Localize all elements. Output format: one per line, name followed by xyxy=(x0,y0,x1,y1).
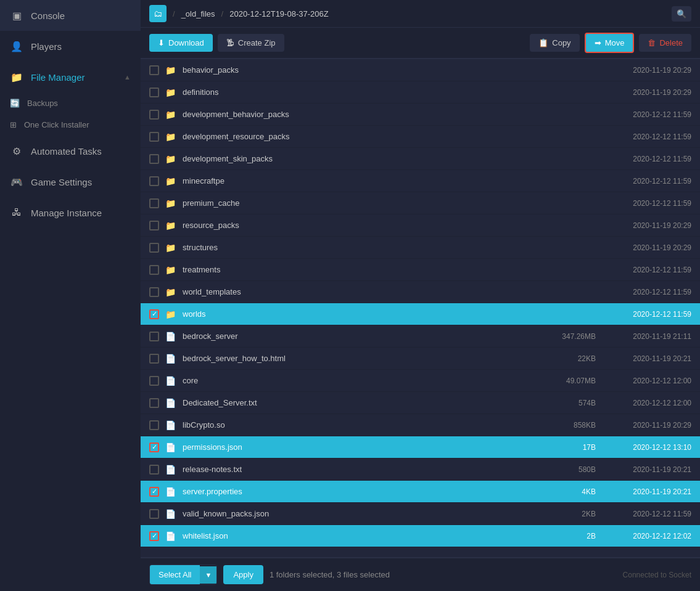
row-checkbox-17[interactable] xyxy=(149,442,159,452)
delete-label: Delete xyxy=(659,38,683,47)
select-all-button[interactable]: Select All xyxy=(150,565,200,584)
row-checkbox-6[interactable] xyxy=(149,198,159,208)
row-checkbox-11[interactable] xyxy=(149,309,159,319)
file-date: 2020-11-19 20:29 xyxy=(602,243,691,252)
row-checkbox-9[interactable] xyxy=(149,265,159,275)
file-icon: 📄 xyxy=(165,354,176,364)
selection-status: 1 folders selected, 3 files selected xyxy=(270,570,390,579)
row-checkbox-2[interactable] xyxy=(149,110,159,120)
table-row[interactable]: 📁 development_behavior_packs 2020-12-12 … xyxy=(141,104,700,126)
row-checkbox-12[interactable] xyxy=(149,332,159,341)
sidebar-item-automated-tasks[interactable]: ⚙ Automated Tasks xyxy=(0,136,141,166)
create-zip-button[interactable]: 🗜 Create Zip xyxy=(218,34,284,52)
file-size: 22KB xyxy=(540,354,596,363)
table-row[interactable]: 📄 permissions.json 17B 2020-12-12 13:10 xyxy=(141,436,700,459)
folder-icon: 📁 xyxy=(165,65,176,75)
table-row[interactable]: 📄 bedrock_server_how_to.html 22KB 2020-1… xyxy=(141,348,700,370)
row-checkbox-14[interactable] xyxy=(149,376,159,386)
row-checkbox-19[interactable] xyxy=(149,487,159,497)
row-checkbox-0[interactable] xyxy=(149,65,159,75)
table-row[interactable]: 📁 behavior_packs 2020-11-19 20:29 xyxy=(141,59,700,81)
folder-icon: 📁 xyxy=(165,265,176,275)
file-date: 2020-11-19 20:21 xyxy=(602,487,691,496)
row-checkbox-8[interactable] xyxy=(149,243,159,253)
file-name: valid_known_packs.json xyxy=(183,509,534,518)
path-sep-1: / xyxy=(173,9,175,18)
create-zip-label: Create Zip xyxy=(238,38,276,47)
search-button[interactable]: 🔍 xyxy=(672,6,691,22)
row-checkbox-1[interactable] xyxy=(149,88,159,97)
table-row[interactable]: 📁 worlds 2020-12-12 11:59 xyxy=(141,303,700,325)
file-name: premium_cache xyxy=(183,198,534,208)
file-name: libCrypto.so xyxy=(183,420,534,430)
table-row[interactable]: 📁 resource_packs 2020-11-19 20:29 xyxy=(141,214,700,237)
row-checkbox-15[interactable] xyxy=(149,398,159,408)
table-row[interactable]: 📁 development_resource_packs 2020-12-12 … xyxy=(141,126,700,148)
table-row[interactable]: 📄 server.properties 4KB 2020-11-19 20:21 xyxy=(141,481,700,503)
row-checkbox-21[interactable] xyxy=(149,531,159,541)
row-checkbox-13[interactable] xyxy=(149,354,159,364)
sidebar-item-file-manager[interactable]: 📁 File Manager ▲ xyxy=(0,62,141,92)
apply-button[interactable]: Apply xyxy=(223,565,263,584)
main-panel: 🗂 / _old_files / 2020-12-12T19-08-37-206… xyxy=(141,0,700,591)
table-row[interactable]: 📁 structures 2020-11-19 20:29 xyxy=(141,237,700,259)
socket-status: Connected to Socket xyxy=(623,571,691,579)
file-name: development_resource_packs xyxy=(183,132,534,141)
table-row[interactable]: 📄 core 49.07MB 2020-12-12 12:00 xyxy=(141,370,700,392)
table-row[interactable]: 📄 Dedicated_Server.txt 574B 2020-12-12 1… xyxy=(141,392,700,414)
select-all-wrap: Select All ▼ xyxy=(149,565,217,585)
file-icon: 📄 xyxy=(165,376,176,386)
sidebar-item-backups[interactable]: 🔄 Backups xyxy=(0,92,141,114)
sidebar-item-game-settings[interactable]: 🎮 Game Settings xyxy=(0,166,141,197)
move-label: Move xyxy=(605,38,625,47)
table-row[interactable]: 📄 release-notes.txt 580B 2020-11-19 20:2… xyxy=(141,459,700,481)
sidebar-item-manage-instance[interactable]: 🖧 Manage Instance xyxy=(0,197,141,228)
move-button[interactable]: ➡ Move xyxy=(585,33,635,53)
path-segment-2[interactable]: 2020-12-12T19-08-37-206Z xyxy=(229,9,328,18)
table-row[interactable]: 📁 development_skin_packs 2020-12-12 11:5… xyxy=(141,148,700,170)
select-all-dropdown-arrow[interactable]: ▼ xyxy=(200,566,216,584)
download-button[interactable]: ⬇ Download xyxy=(149,34,213,52)
table-row[interactable]: 📄 libCrypto.so 858KB 2020-11-19 20:29 xyxy=(141,414,700,436)
delete-button[interactable]: 🗑 Delete xyxy=(639,34,691,52)
file-date: 2020-11-19 20:29 xyxy=(602,421,691,430)
chevron-up-icon: ▲ xyxy=(124,73,131,81)
row-checkbox-4[interactable] xyxy=(149,154,159,164)
file-size: 574B xyxy=(540,399,596,407)
path-segment-1[interactable]: _old_files xyxy=(181,9,215,18)
sidebar-item-label: Game Settings xyxy=(31,177,92,187)
table-row[interactable]: 📁 definitions 2020-11-19 20:29 xyxy=(141,81,700,104)
row-checkbox-3[interactable] xyxy=(149,132,159,142)
download-icon: ⬇ xyxy=(158,38,165,47)
table-row[interactable]: 📄 bedrock_server 347.26MB 2020-11-19 21:… xyxy=(141,325,700,348)
table-row[interactable]: 📁 world_templates 2020-12-12 11:59 xyxy=(141,281,700,303)
row-checkbox-16[interactable] xyxy=(149,420,159,430)
manage-instance-icon: 🖧 xyxy=(10,206,23,219)
file-icon: 📄 xyxy=(165,442,176,452)
sidebar-item-one-click[interactable]: ⊞ One Click Installer xyxy=(0,114,141,136)
folder-icon: 📁 xyxy=(165,287,176,297)
file-manager-icon: 📁 xyxy=(10,70,23,84)
file-name: whitelist.json xyxy=(183,531,534,540)
file-list: 📁 behavior_packs 2020-11-19 20:29 📁 defi… xyxy=(141,59,700,557)
table-row[interactable]: 📁 treatments 2020-12-12 11:59 xyxy=(141,259,700,281)
file-name: development_skin_packs xyxy=(183,154,534,163)
file-name: treatments xyxy=(183,265,534,274)
copy-button[interactable]: 📋 Copy xyxy=(530,34,579,52)
table-row[interactable]: 📁 premium_cache 2020-12-12 11:59 xyxy=(141,192,700,214)
table-row[interactable]: 📄 whitelist.json 2B 2020-12-12 12:02 xyxy=(141,525,700,547)
row-checkbox-10[interactable] xyxy=(149,287,159,297)
sidebar-item-label: Backups xyxy=(27,99,58,108)
row-checkbox-5[interactable] xyxy=(149,176,159,186)
download-label: Download xyxy=(168,38,204,47)
file-icon: 📄 xyxy=(165,332,176,341)
sidebar-item-console[interactable]: ▣ Console xyxy=(0,0,141,31)
sidebar-item-players[interactable]: 👤 Players xyxy=(0,31,141,62)
folder-icon: 📁 xyxy=(165,176,176,186)
table-row[interactable]: 📁 minecraftpe 2020-12-12 11:59 xyxy=(141,170,700,192)
row-checkbox-20[interactable] xyxy=(149,509,159,519)
path-root-icon[interactable]: 🗂 xyxy=(149,5,167,22)
table-row[interactable]: 📄 valid_known_packs.json 2KB 2020-12-12 … xyxy=(141,503,700,525)
row-checkbox-7[interactable] xyxy=(149,221,159,230)
row-checkbox-18[interactable] xyxy=(149,465,159,475)
